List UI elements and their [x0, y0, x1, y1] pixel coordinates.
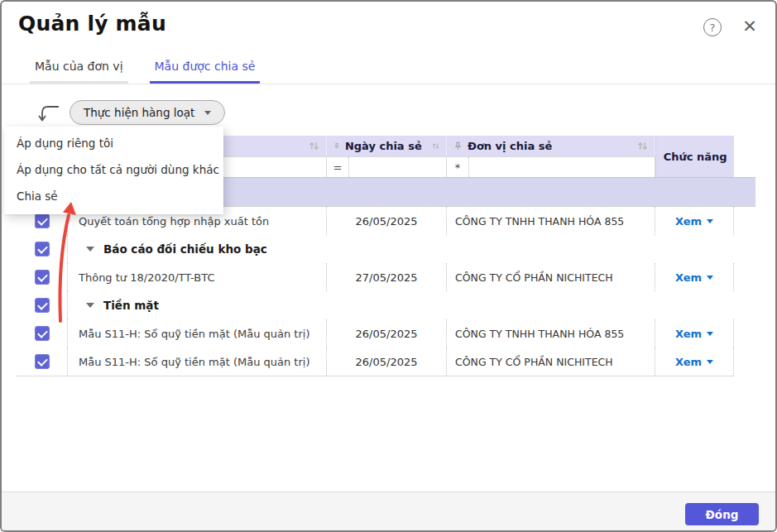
- share-unit: CÔNG TY TNHH THANH HÓA 855: [455, 215, 624, 228]
- tab-mau-cua-don-vi[interactable]: Mẫu của đơn vị: [30, 60, 128, 84]
- tab-bar: Mẫu của đơn vị Mẫu được chia sẻ: [2, 56, 775, 84]
- template-name: Quyết toán tổng hợp nhập xuất tồn: [79, 215, 269, 228]
- table-row: Thông tư 18/2020/TT-BTC 27/05/2025 CÔNG …: [17, 263, 755, 291]
- row-checkbox[interactable]: [35, 354, 50, 369]
- filter-share-date: =: [327, 157, 447, 177]
- view-action-button[interactable]: Xem: [675, 356, 713, 368]
- view-action-button[interactable]: Xem: [675, 271, 713, 284]
- menu-item-apply-all-users[interactable]: Áp dụng cho tất cả người dùng khác: [4, 156, 223, 183]
- row-checkbox[interactable]: [35, 213, 50, 228]
- share-unit: CÔNG TY TNHH THANH HÓA 855: [455, 328, 624, 340]
- group-row: Tiền mặt: [17, 291, 755, 319]
- dialog-close-button[interactable]: [739, 16, 760, 37]
- unit-filter-operator[interactable]: *: [447, 157, 469, 177]
- template-manager-dialog: Quản lý mẫu Mẫu của đơn vị Mẫu được chia…: [0, 0, 777, 532]
- bulk-action-label: Thực hiện hàng loạt: [84, 106, 194, 119]
- curve-down-left-arrow-icon: [36, 101, 61, 126]
- share-unit: CÔNG TY CỔ PHẦN NICHITECH: [455, 271, 613, 284]
- menu-item-apply-self[interactable]: Áp dụng riêng tôi: [4, 130, 223, 156]
- sort-icon[interactable]: [637, 141, 648, 151]
- row-checkbox[interactable]: [35, 298, 50, 313]
- header-gutter: [734, 136, 755, 177]
- share-date: 26/05/2025: [356, 356, 418, 368]
- share-date: 26/05/2025: [356, 328, 418, 340]
- group-header[interactable]: Tiền mặt: [68, 291, 755, 319]
- row-checkbox[interactable]: [35, 326, 50, 341]
- share-unit: CÔNG TY CỔ PHẦN NICHITECH: [455, 356, 613, 368]
- chevron-down-icon: [707, 219, 713, 223]
- chevron-down-icon: [707, 360, 713, 364]
- date-filter-operator[interactable]: =: [327, 157, 349, 177]
- chevron-down-icon: [204, 111, 211, 115]
- group-header[interactable]: Báo cáo đối chiếu kho bạc: [68, 235, 755, 263]
- view-action-button[interactable]: Xem: [675, 328, 713, 340]
- share-date: 27/05/2025: [356, 271, 418, 284]
- header-share-unit[interactable]: Đơn vị chia sẻ: [447, 136, 655, 156]
- tab-mau-duoc-chia-se[interactable]: Mẫu được chia sẻ: [150, 60, 261, 84]
- chevron-down-icon: [707, 276, 713, 280]
- share-date-filter-input[interactable]: [349, 157, 446, 177]
- filter-share-unit: *: [447, 157, 655, 177]
- menu-item-share[interactable]: Chia sẻ: [4, 183, 223, 209]
- help-button[interactable]: [703, 18, 722, 36]
- dialog-footer: Đóng: [2, 491, 775, 531]
- page-title: Quản lý mẫu: [18, 12, 166, 36]
- sort-icon[interactable]: [432, 141, 439, 151]
- chevron-down-icon: [707, 332, 713, 336]
- table-row: Mẫu S11-H: Sổ quỹ tiền mặt (Mẫu quản trị…: [17, 347, 755, 376]
- group-name: Tiền mặt: [103, 299, 159, 312]
- view-action-button[interactable]: Xem: [675, 215, 713, 228]
- share-unit-filter-input[interactable]: [469, 157, 655, 177]
- group-name: Báo cáo đối chiếu kho bạc: [103, 242, 267, 256]
- close-dialog-button[interactable]: Đóng: [685, 503, 759, 525]
- header-share-date[interactable]: Ngày chia sẻ: [327, 136, 447, 156]
- bulk-action-menu: Áp dụng riêng tôi Áp dụng cho tất cả ngư…: [4, 127, 223, 214]
- row-checkbox[interactable]: [35, 270, 50, 285]
- collapse-triangle-icon[interactable]: [86, 247, 94, 252]
- share-date: 26/05/2025: [356, 215, 418, 228]
- template-name: Mẫu S11-H: Sổ quỹ tiền mặt (Mẫu quản trị…: [79, 356, 310, 368]
- pin-icon[interactable]: [453, 141, 463, 151]
- collapse-triangle-icon[interactable]: [86, 303, 94, 308]
- sort-icon[interactable]: [309, 141, 319, 151]
- row-checkbox[interactable]: [35, 242, 50, 256]
- pin-icon[interactable]: [333, 141, 340, 151]
- template-name: Mẫu S11-H: Sổ quỹ tiền mặt (Mẫu quản trị…: [79, 328, 310, 340]
- group-row: Báo cáo đối chiếu kho bạc: [17, 235, 755, 263]
- table-row: Mẫu S11-H: Sổ quỹ tiền mặt (Mẫu quản trị…: [17, 319, 755, 347]
- header-actions: Chức năng: [655, 136, 734, 177]
- header-share-unit-label: Đơn vị chia sẻ: [468, 140, 552, 152]
- template-name: Thông tư 18/2020/TT-BTC: [79, 271, 214, 284]
- bulk-action-button[interactable]: Thực hiện hàng loạt: [70, 100, 225, 125]
- header-share-date-label: Ngày chia sẻ: [345, 140, 422, 152]
